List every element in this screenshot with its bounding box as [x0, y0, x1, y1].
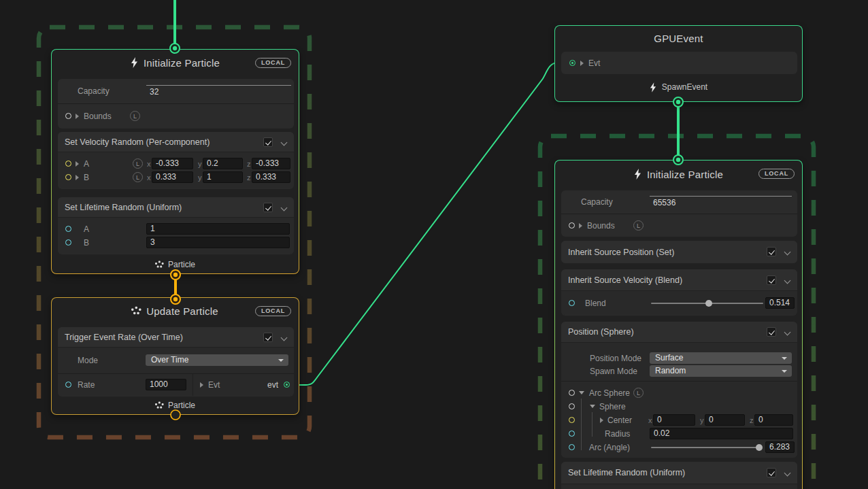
vel-b-port[interactable]: [65, 174, 71, 180]
block-enabled-checkbox[interactable]: [767, 247, 776, 256]
block-enabled-checkbox[interactable]: [263, 137, 273, 147]
evt-in-port[interactable]: [569, 60, 575, 66]
dropdown-caret-icon: [782, 357, 787, 360]
local-space-icon[interactable]: L: [130, 111, 140, 121]
bounds-port[interactable]: [569, 222, 575, 229]
blend-slider-handle[interactable]: [705, 300, 712, 307]
flow-port-gpuevent-out[interactable]: [673, 97, 683, 107]
expand-arrow-icon[interactable]: [76, 114, 79, 119]
bounds-port[interactable]: [65, 113, 71, 119]
vel-a-x-field[interactable]: -0.333: [152, 158, 193, 169]
local-space-icon[interactable]: L: [133, 158, 143, 169]
vel-a-z-field[interactable]: -0.333: [252, 158, 290, 169]
edge-evt-to-gpuevent[interactable]: [291, 63, 567, 385]
settings-box: Capacity 32 Bounds L: [58, 79, 294, 129]
block-enabled-checkbox[interactable]: [263, 203, 273, 212]
sphere-port[interactable]: [569, 403, 575, 409]
block-enabled-checkbox[interactable]: [263, 333, 273, 342]
position-mode-dropdown[interactable]: Surface: [650, 352, 792, 364]
center-y-field[interactable]: 0: [705, 414, 745, 426]
collapse-chevron-icon[interactable]: [784, 329, 791, 336]
expand-arrow-icon[interactable]: [579, 223, 582, 229]
radius-field[interactable]: 0.02: [650, 428, 793, 439]
arc-sphere-label: Arc Sphere: [589, 388, 630, 398]
collapse-chevron-icon[interactable]: [281, 139, 288, 146]
lightning-icon: [650, 82, 656, 92]
collapse-chevron-icon[interactable]: [281, 205, 288, 212]
block-enabled-checkbox[interactable]: [767, 275, 776, 285]
flow-port-initialize-right-in[interactable]: [673, 155, 683, 165]
center-port[interactable]: [569, 417, 575, 423]
vel-b-y-field[interactable]: 1: [203, 171, 243, 183]
flow-port-update-out[interactable]: [171, 410, 180, 420]
spawn-mode-dropdown[interactable]: Random: [650, 365, 792, 377]
axis-x-label: x: [147, 160, 151, 168]
vfx-graph-canvas[interactable]: Initialize Particle LOCAL Capacity 32 Bo…: [0, 0, 868, 489]
block-title: Set Velocity Random (Per-component): [65, 137, 210, 147]
node-initialize-particle-right[interactable]: Initialize Particle LOCAL Capacity 65536…: [554, 160, 803, 489]
blend-field[interactable]: 0.514: [765, 297, 795, 309]
radius-label: Radius: [605, 429, 630, 439]
node-initialize-particle-left[interactable]: Initialize Particle LOCAL Capacity 32 Bo…: [51, 49, 299, 274]
life-a-port[interactable]: [65, 226, 71, 232]
block-enabled-checkbox[interactable]: [767, 468, 776, 477]
expand-arrow-icon[interactable]: [580, 61, 584, 66]
mode-dropdown[interactable]: Over Time: [146, 354, 288, 366]
block-enabled-checkbox[interactable]: [767, 327, 776, 337]
flow-port-update-in[interactable]: [171, 294, 180, 304]
rate-field[interactable]: 1000: [146, 379, 186, 390]
axis-x-label: x: [147, 173, 151, 182]
block-position-sphere[interactable]: Position (Sphere) Position Mode Surface …: [561, 322, 797, 458]
block-header: Set Velocity Random (Per-component): [58, 132, 294, 152]
block-set-lifetime-random[interactable]: Set Lifetime Random (Uniform) A 1 B 3: [58, 197, 294, 254]
arc-slider-handle[interactable]: [756, 444, 763, 451]
rate-label: Rate: [78, 380, 95, 390]
block-inherit-source-position[interactable]: Inherit Source Position (Set): [561, 241, 797, 263]
capacity-value[interactable]: 65536: [653, 198, 675, 207]
vel-b-x-field[interactable]: 0.333: [152, 171, 193, 183]
evt-out-port[interactable]: [284, 382, 290, 388]
blend-slider[interactable]: [651, 303, 763, 304]
life-a-label: A: [84, 224, 89, 234]
life-b-port[interactable]: [65, 239, 71, 246]
block-title: Set Lifetime Random (Uniform): [568, 468, 685, 477]
collapse-chevron-icon[interactable]: [784, 277, 791, 284]
expand-arrow-icon[interactable]: [76, 161, 79, 167]
node-update-particle[interactable]: Update Particle LOCAL Trigger Event Rate…: [51, 297, 299, 415]
center-label: Center: [607, 416, 632, 425]
block-set-velocity-random[interactable]: Set Velocity Random (Per-component) A L …: [58, 132, 294, 189]
arc-slider[interactable]: [651, 447, 762, 448]
foldout-arrow-icon[interactable]: [590, 405, 595, 408]
expand-arrow-icon[interactable]: [200, 382, 203, 388]
axis-y-label: y: [700, 416, 704, 424]
arc-sphere-port[interactable]: [569, 390, 575, 396]
vel-a-y-field[interactable]: 0.2: [203, 158, 243, 169]
expand-arrow-icon[interactable]: [76, 175, 79, 180]
capacity-value[interactable]: 32: [150, 87, 158, 97]
local-space-icon[interactable]: L: [633, 220, 644, 231]
flow-port-initialize-left-out[interactable]: [171, 270, 180, 280]
collapse-chevron-icon[interactable]: [784, 470, 791, 477]
local-space-icon[interactable]: L: [133, 172, 143, 182]
blend-port[interactable]: [569, 300, 575, 306]
expand-arrow-icon[interactable]: [600, 418, 603, 423]
vel-b-z-field[interactable]: 0.333: [252, 171, 290, 183]
node-gpuevent[interactable]: GPUEvent Evt SpawnEvent: [554, 25, 803, 102]
block-inherit-source-velocity[interactable]: Inherit Source Velocity (Blend) Blend 0.…: [561, 269, 797, 316]
radius-port[interactable]: [569, 431, 575, 437]
collapse-chevron-icon[interactable]: [281, 335, 288, 341]
foldout-arrow-icon[interactable]: [579, 391, 584, 394]
block-set-lifetime-random[interactable]: Set Lifetime Random (Uniform): [561, 462, 797, 489]
life-b-field[interactable]: 3: [146, 237, 290, 248]
rate-port[interactable]: [65, 382, 71, 388]
center-z-field[interactable]: 0: [754, 414, 793, 426]
center-x-field[interactable]: 0: [653, 414, 695, 426]
flow-port-initialize-left-in[interactable]: [170, 44, 180, 53]
arc-angle-port[interactable]: [569, 444, 575, 450]
arc-field[interactable]: 6.283: [765, 441, 795, 453]
local-space-icon[interactable]: L: [633, 388, 644, 398]
block-trigger-event-rate[interactable]: Trigger Event Rate (Over Time) Mode Over…: [58, 327, 294, 397]
collapse-chevron-icon[interactable]: [784, 249, 791, 256]
vel-a-port[interactable]: [65, 161, 71, 167]
life-a-field[interactable]: 1: [146, 223, 290, 235]
